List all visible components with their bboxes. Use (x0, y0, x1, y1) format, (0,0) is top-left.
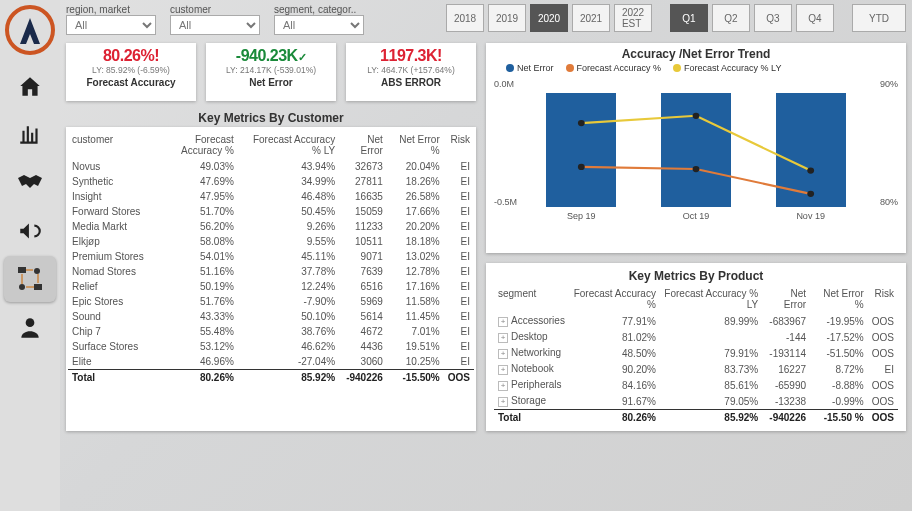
chart-title: Accuracy /Net Error Trend (494, 47, 898, 61)
expand-icon[interactable]: + (498, 397, 508, 407)
table-row[interactable]: Novus49.03%43.94%3267320.04%EI (68, 159, 474, 174)
customer-metrics-title: Key Metrics By Customer (66, 109, 476, 127)
chart-panel: Accuracy /Net Error Trend Net Error Fore… (486, 43, 906, 253)
col-header[interactable]: Net Error % (810, 285, 868, 313)
x-category: Oct 19 (651, 211, 741, 221)
nav-home[interactable] (4, 64, 56, 110)
card-label: Forecast Accuracy (68, 77, 194, 88)
quarter-btn-Q3[interactable]: Q3 (754, 4, 792, 32)
ytd-btn[interactable]: YTD (852, 4, 906, 32)
svg-point-4 (19, 284, 25, 290)
col-header[interactable]: Risk (444, 131, 474, 159)
table-row[interactable]: Epic Stores51.76%-7.90%596911.58%EI (68, 294, 474, 309)
nav-handshake[interactable] (4, 160, 56, 206)
customer-metrics-panel: Key Metrics By Customer customerForecast… (66, 109, 476, 431)
col-header[interactable]: Net Error (339, 131, 387, 159)
table-row[interactable]: +Notebook90.20%83.73%162278.72%EI (494, 361, 898, 377)
card-value: 1197.3K! (348, 47, 474, 65)
year-btn-2018[interactable]: 2018 (446, 4, 484, 32)
table-row[interactable]: Synthetic47.69%34.99%2781118.26%EI (68, 174, 474, 189)
expand-icon[interactable]: + (498, 317, 508, 327)
product-metrics-title: Key Metrics By Product (494, 267, 898, 285)
year-btn-2020[interactable]: 2020 (530, 4, 568, 32)
expand-icon[interactable]: + (498, 333, 508, 343)
svg-point-7 (693, 113, 700, 119)
card-forecast-accuracy: 80.26%! LY: 85.92% (-6.59%) Forecast Acc… (66, 43, 196, 101)
svg-point-9 (578, 164, 585, 170)
quarter-btn-Q2[interactable]: Q2 (712, 4, 750, 32)
card-abs-error: 1197.3K! LY: 464.7K (+157.64%) ABS ERROR (346, 43, 476, 101)
nav-supply-chain[interactable] (4, 256, 56, 302)
svg-rect-3 (34, 284, 42, 290)
check-icon: ✓ (298, 51, 307, 63)
filter-bar: region, market All customer All segment,… (66, 4, 364, 35)
table-row[interactable]: +Desktop81.02%-144-17.52%OOS (494, 329, 898, 345)
svg-rect-1 (18, 267, 26, 273)
customer-table[interactable]: customerForecast Accuracy %Forecast Accu… (68, 131, 474, 385)
col-header[interactable]: Forecast Accuracy % LY (238, 131, 339, 159)
year-quarter-bar: 20182019202020212022ESTQ1Q2Q3Q4YTD (446, 4, 906, 32)
brand-logo (4, 4, 56, 56)
card-sub: LY: 85.92% (-6.59%) (68, 65, 194, 75)
filter-segment-label: segment, categor.. (274, 4, 364, 15)
table-row[interactable]: Surface Stores53.12%46.62%443619.51%EI (68, 339, 474, 354)
col-header[interactable]: Forecast Accuracy % (148, 131, 238, 159)
nav-user[interactable] (4, 304, 56, 350)
year-btn-2021[interactable]: 2021 (572, 4, 610, 32)
svg-point-10 (693, 166, 700, 172)
col-header[interactable]: Net Error % (387, 131, 444, 159)
table-row[interactable]: Elite46.96%-27.04%306010.25%EI (68, 354, 474, 370)
table-row[interactable]: Forward Stores51.70%50.45%1505917.66%EI (68, 204, 474, 219)
legend-accuracy: Forecast Accuracy % (577, 63, 662, 73)
expand-icon[interactable]: + (498, 349, 508, 359)
chart-area[interactable]: 0.0M -0.5M 90% 80% Sep 19Oct 19Nov 19 (494, 77, 898, 227)
col-header[interactable]: Risk (868, 285, 898, 313)
table-row[interactable]: Premium Stores54.01%45.11%907113.02%EI (68, 249, 474, 264)
total-row: Total80.26%85.92%-940226-15.50%OOS (68, 370, 474, 386)
table-row[interactable]: Relief50.19%12.24%651617.16%EI (68, 279, 474, 294)
table-row[interactable]: Sound43.33%50.10%561411.45%EI (68, 309, 474, 324)
table-row[interactable]: Chip 755.48%38.76%46727.01%EI (68, 324, 474, 339)
table-row[interactable]: +Peripherals84.16%85.61%-65990-8.88%OOS (494, 377, 898, 393)
table-row[interactable]: +Storage91.67%79.05%-13238-0.99%OOS (494, 393, 898, 410)
filter-segment-select[interactable]: All (274, 15, 364, 35)
nav-trend[interactable] (4, 112, 56, 158)
col-header[interactable]: Forecast Accuracy % LY (660, 285, 762, 313)
x-category: Sep 19 (536, 211, 626, 221)
table-row[interactable]: Nomad Stores51.16%37.78%763912.78%EI (68, 264, 474, 279)
table-row[interactable]: Media Markt56.20%9.26%1123320.20%EI (68, 219, 474, 234)
product-table[interactable]: segmentForecast Accuracy %Forecast Accur… (494, 285, 898, 425)
svg-point-5 (26, 318, 35, 327)
expand-icon[interactable]: + (498, 365, 508, 375)
filter-region: region, market All (66, 4, 156, 35)
table-row[interactable]: Insight47.95%46.48%1663526.58%EI (68, 189, 474, 204)
expand-icon[interactable]: + (498, 381, 508, 391)
year-btn-2022EST[interactable]: 2022EST (614, 4, 652, 32)
y-right-tick: 80% (880, 197, 898, 207)
year-btn-2019[interactable]: 2019 (488, 4, 526, 32)
quarter-btn-Q4[interactable]: Q4 (796, 4, 834, 32)
table-row[interactable]: Elkjøp58.08%9.55%1051118.18%EI (68, 234, 474, 249)
svg-point-11 (807, 191, 814, 197)
y-left-tick: -0.5M (494, 197, 517, 207)
svg-point-2 (34, 268, 40, 274)
card-net-error: -940.23K✓ LY: 214.17K (-539.01%) Net Err… (206, 43, 336, 101)
col-header[interactable]: customer (68, 131, 148, 159)
y-left-tick: 0.0M (494, 79, 514, 89)
svg-point-6 (578, 120, 585, 126)
quarter-btn-Q1[interactable]: Q1 (670, 4, 708, 32)
filter-customer-select[interactable]: All (170, 15, 260, 35)
col-header[interactable]: Forecast Accuracy % (569, 285, 660, 313)
table-row[interactable]: +Accessories77.91%89.99%-683967-19.95%OO… (494, 313, 898, 329)
col-header[interactable]: segment (494, 285, 569, 313)
col-header[interactable]: Net Error (762, 285, 810, 313)
card-label: Net Error (208, 77, 334, 88)
nav-announce[interactable] (4, 208, 56, 254)
x-category: Nov 19 (766, 211, 856, 221)
table-row[interactable]: +Networking48.50%79.91%-193114-51.50%OOS (494, 345, 898, 361)
filter-region-select[interactable]: All (66, 15, 156, 35)
filter-region-label: region, market (66, 4, 156, 15)
card-value: -940.23K (236, 47, 298, 64)
product-metrics-panel: Key Metrics By Product segmentForecast A… (486, 263, 906, 431)
filter-customer-label: customer (170, 4, 260, 15)
